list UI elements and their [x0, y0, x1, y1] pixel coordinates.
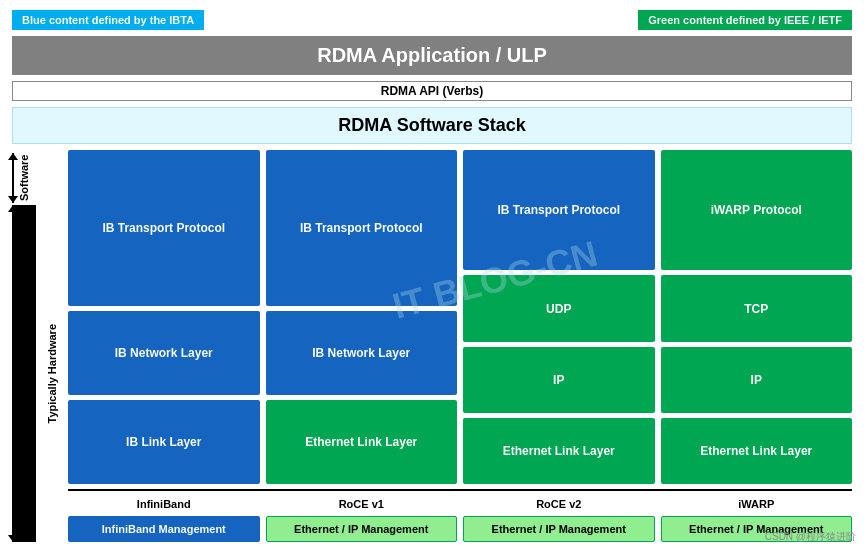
mgmt-infiniband: InfiniBand Management — [68, 516, 260, 542]
legend-row: Blue content defined by the IBTA Green c… — [12, 10, 852, 30]
bottom-mgmt-row: InfiniBand Management Ethernet / IP Mana… — [68, 516, 852, 542]
rdma-stack-bar: RDMA Software Stack — [12, 107, 852, 144]
iwarp-tcp: TCP — [661, 275, 853, 341]
label-infiniband: InfiniBand — [68, 496, 260, 512]
rocev1-transport: IB Transport Protocol — [266, 150, 458, 306]
left-labels: Software Typically Hardware — [12, 150, 64, 542]
iwarp-ip: IP — [661, 347, 853, 413]
hardware-label: Typically Hardware — [40, 324, 64, 423]
rocev2-udp: UDP — [463, 275, 655, 341]
ib-link: IB Link Layer — [68, 400, 260, 484]
label-rocev2: RoCE v2 — [463, 496, 655, 512]
legend-green: Green content defined by IEEE / IETF — [638, 10, 852, 30]
ib-network: IB Network Layer — [68, 311, 260, 395]
label-rocev1: RoCE v1 — [266, 496, 458, 512]
rocev1-link: Ethernet Link Layer — [266, 400, 458, 484]
page-wrapper: Blue content defined by the IBTA Green c… — [0, 0, 864, 552]
label-iwarp: iWARP — [661, 496, 853, 512]
rocev2-transport: IB Transport Protocol — [463, 150, 655, 270]
legend-blue: Blue content defined by the IBTA — [12, 10, 204, 30]
col-rocev2: IB Transport Protocol UDP IP Ethernet Li… — [463, 150, 655, 484]
four-col-grid: IB Transport Protocol IB Network Layer I… — [68, 150, 852, 484]
iwarp-link: Ethernet Link Layer — [661, 418, 853, 484]
rocev2-ip: IP — [463, 347, 655, 413]
col-infiniband: IB Transport Protocol IB Network Layer I… — [68, 150, 260, 484]
col-iwarp: iWARP Protocol TCP IP Ethernet Link Laye… — [661, 150, 853, 484]
divider — [68, 489, 852, 491]
mgmt-rocev2: Ethernet / IP Management — [463, 516, 655, 542]
rdma-app-bar: RDMA Application / ULP — [12, 36, 852, 75]
rocev2-link: Ethernet Link Layer — [463, 418, 655, 484]
bottom-label-row: InfiniBand RoCE v1 RoCE v2 iWARP — [68, 496, 852, 512]
col-rocev1: IB Transport Protocol IB Network Layer E… — [266, 150, 458, 484]
rdma-api-bar: RDMA API (Verbs) — [12, 81, 852, 101]
rocev1-network: IB Network Layer — [266, 311, 458, 395]
main-content-area: Software Typically Hardware IB Transport… — [12, 150, 852, 542]
ib-transport: IB Transport Protocol — [68, 150, 260, 306]
iwarp-transport: iWARP Protocol — [661, 150, 853, 270]
csdn-badge: CSDN @程序猿进阶 — [765, 530, 856, 544]
mgmt-rocev1: Ethernet / IP Management — [266, 516, 458, 542]
software-label: Software — [18, 148, 30, 208]
columns-area: IB Transport Protocol IB Network Layer I… — [68, 150, 852, 542]
